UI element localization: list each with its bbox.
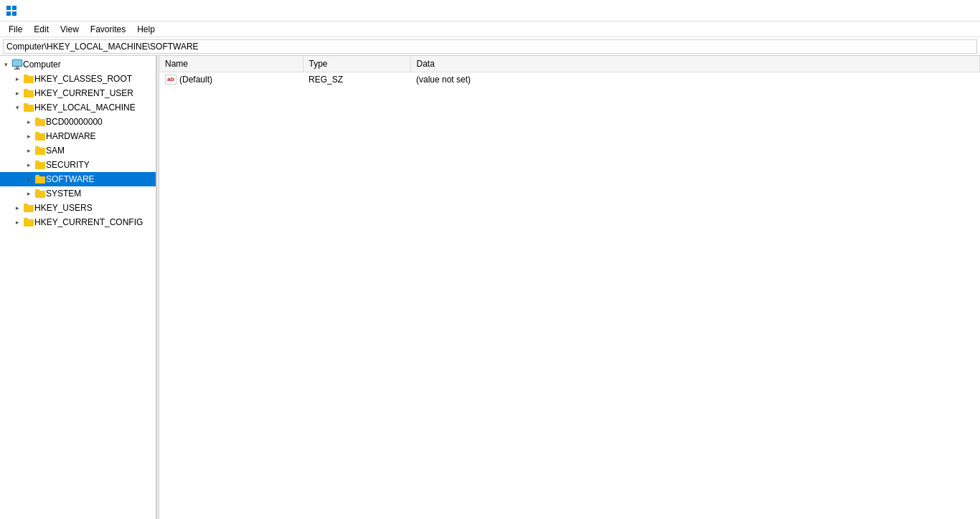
table-body: ab(Default)REG_SZ(value not set) — [159, 72, 980, 87]
table-row[interactable]: ab(Default)REG_SZ(value not set) — [159, 72, 980, 87]
menu-item-file[interactable]: File — [3, 22, 28, 37]
svg-rect-10 — [24, 90, 34, 97]
folder-icon — [23, 88, 34, 98]
tree-row-software[interactable]: SOFTWARE — [0, 172, 156, 186]
address-bar — [0, 37, 980, 56]
window-controls — [881, 0, 980, 22]
folder-icon — [34, 189, 46, 199]
svg-rect-16 — [35, 133, 45, 141]
folder-icon — [23, 103, 34, 113]
table-header-row: Name Type Data — [159, 56, 980, 72]
tree-row-computer[interactable]: Computer — [0, 57, 156, 72]
tree-row-hkey_classes_root[interactable]: HKEY_CLASSES_ROOT — [0, 72, 156, 86]
expander-hkey_current_user[interactable] — [11, 87, 23, 99]
menu-item-help[interactable]: Help — [131, 22, 161, 37]
expander-hkey_current_config[interactable] — [11, 216, 23, 228]
tree-label-bcd00000000: BCD00000000 — [46, 117, 103, 127]
expander-hardware[interactable] — [23, 130, 34, 142]
svg-rect-5 — [13, 60, 22, 66]
svg-rect-23 — [35, 175, 39, 177]
svg-rect-1 — [12, 6, 17, 10]
entry-name: (Default) — [179, 75, 212, 85]
expander-bcd00000000[interactable] — [23, 116, 34, 128]
menu-item-edit[interactable]: Edit — [28, 22, 55, 37]
entry-type: REG_SZ — [303, 72, 410, 87]
expander-hkey_classes_root[interactable] — [11, 73, 23, 85]
folder-icon — [23, 217, 34, 227]
svg-rect-21 — [35, 161, 39, 163]
maximize-button[interactable] — [914, 0, 947, 22]
expander-sam[interactable] — [23, 145, 34, 156]
menu-bar: FileEditViewFavoritesHelp — [0, 22, 980, 37]
tree-row-system[interactable]: SYSTEM — [0, 186, 156, 201]
svg-rect-27 — [24, 204, 28, 206]
svg-rect-25 — [35, 189, 39, 191]
svg-rect-28 — [24, 219, 34, 227]
expander-security[interactable] — [23, 159, 34, 171]
tree-row-bcd00000000[interactable]: BCD00000000 — [0, 115, 156, 129]
tree-label-hkey_local_machine: HKEY_LOCAL_MACHINE — [34, 103, 136, 113]
svg-rect-13 — [24, 103, 28, 105]
tree-label-hkey_classes_root: HKEY_CLASSES_ROOT — [34, 74, 132, 84]
name-cell: ab(Default) — [165, 75, 297, 85]
tree-label-hkey_current_config: HKEY_CURRENT_CONFIG — [34, 217, 143, 227]
svg-rect-8 — [24, 76, 34, 83]
svg-rect-15 — [35, 118, 39, 120]
expander-hkey_users[interactable] — [11, 202, 23, 214]
folder-icon — [23, 74, 34, 84]
computer-icon — [11, 59, 23, 70]
svg-rect-3 — [12, 11, 17, 16]
tree-row-sam[interactable]: SAM — [0, 143, 156, 158]
folder-icon — [34, 174, 46, 184]
folder-icon — [34, 131, 46, 141]
svg-rect-14 — [35, 119, 45, 126]
svg-rect-26 — [24, 205, 34, 212]
folder-icon — [34, 160, 46, 170]
entry-data: (value not set) — [410, 72, 980, 87]
tree-row-security[interactable]: SECURITY — [0, 158, 156, 172]
svg-rect-24 — [35, 191, 45, 198]
svg-rect-11 — [24, 89, 28, 91]
tree-row-hkey_current_user[interactable]: HKEY_CURRENT_USER — [0, 86, 156, 100]
title-left — [6, 5, 22, 16]
value-type-icon: ab — [165, 75, 176, 85]
tree-label-hkey_current_user: HKEY_CURRENT_USER — [34, 88, 133, 98]
app-icon — [6, 5, 17, 16]
svg-rect-17 — [35, 132, 39, 134]
svg-rect-18 — [35, 148, 45, 155]
col-header-data: Data — [410, 56, 980, 72]
svg-rect-20 — [35, 162, 45, 169]
address-input[interactable] — [3, 39, 977, 54]
tree-row-hkey_local_machine[interactable]: HKEY_LOCAL_MACHINE — [0, 100, 156, 115]
tree-row-hkey_current_config[interactable]: HKEY_CURRENT_CONFIG — [0, 215, 156, 229]
tree-label-computer: Computer — [23, 59, 61, 70]
expander-system[interactable] — [23, 188, 34, 199]
folder-icon — [34, 146, 46, 156]
expander-computer[interactable] — [0, 59, 11, 70]
menu-item-favorites[interactable]: Favorites — [85, 22, 131, 37]
close-button[interactable] — [947, 0, 980, 22]
tree-label-hkey_users: HKEY_USERS — [34, 203, 93, 213]
tree-panel: ComputerHKEY_CLASSES_ROOTHKEY_CURRENT_US… — [0, 56, 156, 519]
tree-label-system: SYSTEM — [46, 189, 81, 199]
svg-rect-2 — [6, 11, 11, 16]
tree-label-security: SECURITY — [46, 160, 90, 170]
svg-rect-0 — [6, 6, 11, 10]
svg-rect-29 — [24, 218, 28, 220]
expander-hkey_local_machine[interactable] — [11, 102, 23, 113]
tree-label-software: SOFTWARE — [46, 174, 95, 184]
col-header-type: Type — [303, 56, 410, 72]
col-header-name: Name — [159, 56, 303, 72]
minimize-button[interactable] — [881, 0, 914, 22]
registry-table: Name Type Data ab(Default)REG_SZ(value n… — [159, 56, 980, 87]
tree-row-hardware[interactable]: HARDWARE — [0, 129, 156, 143]
folder-icon — [23, 203, 34, 213]
right-panel: Name Type Data ab(Default)REG_SZ(value n… — [159, 56, 980, 519]
svg-rect-22 — [35, 176, 45, 184]
main-area: ComputerHKEY_CLASSES_ROOTHKEY_CURRENT_US… — [0, 56, 980, 519]
expander-software[interactable] — [23, 173, 34, 185]
title-bar — [0, 0, 980, 22]
tree-row-hkey_users[interactable]: HKEY_USERS — [0, 201, 156, 215]
menu-item-view[interactable]: View — [55, 22, 85, 37]
svg-rect-19 — [35, 146, 39, 148]
